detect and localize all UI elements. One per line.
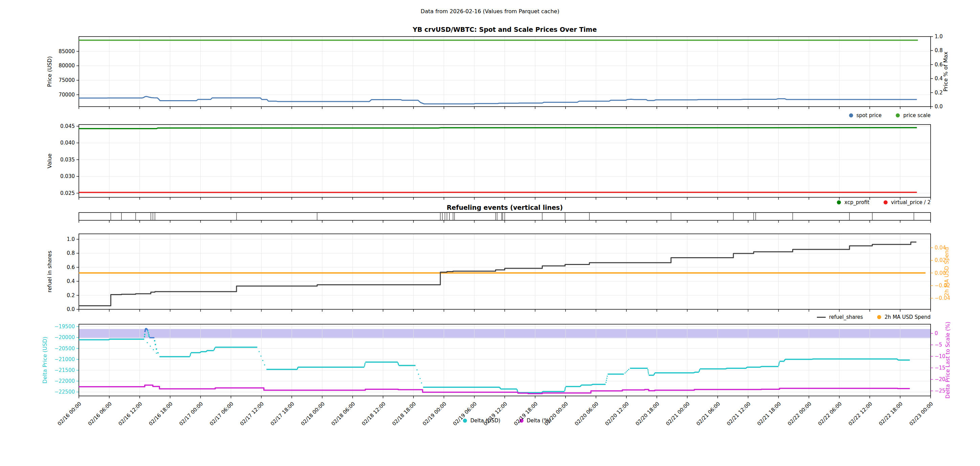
svg-text:0.6: 0.6 xyxy=(935,62,943,68)
svg-text:−20500: −20500 xyxy=(54,345,75,351)
svg-text:0.8: 0.8 xyxy=(935,48,943,54)
svg-text:Delta Price Last to Scale (%): Delta Price Last to Scale (%) xyxy=(945,321,951,398)
svg-text:Price % of Max: Price % of Max xyxy=(942,52,949,92)
svg-text:0: 0 xyxy=(935,330,938,336)
chart-refuel-events xyxy=(79,213,931,223)
svg-text:02/16 12:00: 02/16 12:00 xyxy=(117,401,143,427)
svg-text:85000: 85000 xyxy=(59,48,75,54)
svg-text:02/18 12:00: 02/18 12:00 xyxy=(361,401,387,427)
svg-text:02/17 18:00: 02/17 18:00 xyxy=(269,401,296,427)
svg-text:02/17 06:00: 02/17 06:00 xyxy=(208,401,234,427)
svg-text:0.035: 0.035 xyxy=(60,157,75,163)
svg-text:Delta Price (USD): Delta Price (USD) xyxy=(41,337,48,384)
svg-text:0.040: 0.040 xyxy=(60,140,75,146)
svg-text:80000: 80000 xyxy=(59,63,75,69)
svg-text:02/20 06:00: 02/20 06:00 xyxy=(574,401,600,427)
svg-text:−21500: −21500 xyxy=(54,367,75,373)
svg-text:02/22 18:00: 02/22 18:00 xyxy=(878,401,904,427)
svg-text:−25: −25 xyxy=(935,388,945,394)
svg-text:1.0: 1.0 xyxy=(935,33,943,40)
svg-text:2h MA USD Spend: 2h MA USD Spend xyxy=(943,247,950,296)
svg-text:Value: Value xyxy=(46,154,53,169)
figure-canvas: 700007500080000850000.00.20.40.60.81.0Pr… xyxy=(0,0,980,466)
chart-delta: −19500−20000−20500−21000−21500−22000−225… xyxy=(41,321,951,398)
svg-text:0.2: 0.2 xyxy=(67,293,75,299)
svg-text:−22000: −22000 xyxy=(54,378,75,384)
svg-text:02/16 06:00: 02/16 06:00 xyxy=(87,401,113,427)
svg-text:02/22 12:00: 02/22 12:00 xyxy=(847,401,873,427)
svg-text:0.2: 0.2 xyxy=(935,90,943,96)
svg-text:02/17 00:00: 02/17 00:00 xyxy=(178,401,204,427)
svg-text:02/16 18:00: 02/16 18:00 xyxy=(148,401,173,427)
svg-text:02/21 00:00: 02/21 00:00 xyxy=(665,401,690,427)
svg-text:0.030: 0.030 xyxy=(60,173,75,179)
svg-text:02/22 00:00: 02/22 00:00 xyxy=(786,401,813,427)
svg-text:02/19 06:00: 02/19 06:00 xyxy=(452,401,478,427)
svg-text:02/20 18:00: 02/20 18:00 xyxy=(635,401,660,427)
svg-text:02/17 12:00: 02/17 12:00 xyxy=(239,401,265,427)
svg-text:0.045: 0.045 xyxy=(60,123,75,129)
svg-text:02/19 18:00: 02/19 18:00 xyxy=(513,401,539,427)
svg-text:0.025: 0.025 xyxy=(60,190,75,196)
svg-text:02/21 12:00: 02/21 12:00 xyxy=(725,401,752,427)
svg-text:−20000: −20000 xyxy=(54,334,75,340)
svg-text:02/20 12:00: 02/20 12:00 xyxy=(604,401,630,427)
svg-text:−10: −10 xyxy=(935,353,945,359)
svg-text:70000: 70000 xyxy=(59,92,75,98)
svg-text:−21000: −21000 xyxy=(54,356,75,363)
svg-text:75000: 75000 xyxy=(59,77,75,83)
svg-text:0.0: 0.0 xyxy=(67,306,75,312)
svg-text:refuel in shares: refuel in shares xyxy=(46,251,53,293)
svg-text:02/21 06:00: 02/21 06:00 xyxy=(695,401,721,427)
svg-text:1.0: 1.0 xyxy=(67,236,75,242)
chart-price: 700007500080000850000.00.20.40.60.81.0Pr… xyxy=(46,33,949,110)
svg-text:02/18 06:00: 02/18 06:00 xyxy=(330,401,356,427)
svg-text:Price (USD): Price (USD) xyxy=(46,56,53,87)
svg-text:−19500: −19500 xyxy=(54,323,75,329)
svg-text:−22500: −22500 xyxy=(54,389,75,395)
svg-text:02/19 00:00: 02/19 00:00 xyxy=(421,401,447,427)
svg-text:−15: −15 xyxy=(935,365,945,371)
svg-text:−5: −5 xyxy=(935,342,942,348)
svg-text:0.4: 0.4 xyxy=(935,75,943,81)
chart-value: 0.0250.0300.0350.0400.045Value xyxy=(46,123,931,200)
svg-text:02/18 18:00: 02/18 18:00 xyxy=(391,401,417,427)
svg-text:02/16 00:00: 02/16 00:00 xyxy=(57,401,83,427)
svg-text:0.6: 0.6 xyxy=(67,264,75,270)
svg-text:02/20 00:00: 02/20 00:00 xyxy=(543,401,569,427)
svg-text:02/23 00:00: 02/23 00:00 xyxy=(908,401,934,427)
svg-text:02/21 18:00: 02/21 18:00 xyxy=(756,401,782,427)
svg-text:02/19 12:00: 02/19 12:00 xyxy=(482,401,508,427)
svg-text:0.0: 0.0 xyxy=(935,103,943,110)
chart-refuel-shares: 0.00.20.40.60.81.0−0.04−0.020.000.020.04… xyxy=(46,234,950,312)
x-axis-tick-labels: 02/16 00:0002/16 06:0002/16 12:0002/16 1… xyxy=(57,401,934,427)
svg-text:02/22 06:00: 02/22 06:00 xyxy=(817,401,843,427)
svg-text:02/18 00:00: 02/18 00:00 xyxy=(300,401,326,427)
svg-text:0.8: 0.8 xyxy=(67,250,75,256)
svg-text:−20: −20 xyxy=(935,376,945,382)
svg-text:0.4: 0.4 xyxy=(67,278,75,284)
